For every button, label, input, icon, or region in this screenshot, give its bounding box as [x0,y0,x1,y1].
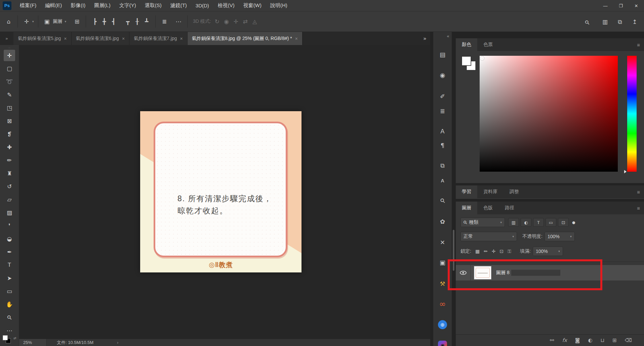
tab-overflow-icon[interactable]: » [419,32,430,45]
distribute-icon[interactable]: ≣ [160,16,169,27]
document-tab-1[interactable]: 氣炸鍋保養清潔5.jpg × [13,32,72,45]
lock-artboard-icon[interactable]: ⊡ [500,249,504,254]
toolbar-drag-handle[interactable]: ·· [8,46,10,50]
add-layer-mask-icon[interactable]: ◙ [575,337,580,343]
hand-tool[interactable]: ✋ [4,299,15,310]
spot-healing-tool[interactable]: ✚ [4,141,15,153]
actions-panel-icon[interactable]: ✿ [433,216,452,226]
toolbar-expand-icon[interactable]: » [0,32,13,45]
brush-tool[interactable]: ✏ [4,155,15,166]
align-right-icon[interactable]: ┫ [109,16,118,27]
quick-selection-tool[interactable]: ✎ [4,89,15,100]
status-options-chevron-icon[interactable]: › [117,340,118,345]
panel-menu-icon[interactable]: ≡ [637,185,640,198]
foreground-background-swatches[interactable] [3,335,13,344]
canvas-pasteboard[interactable]: 8. 所有清潔步驟完成後， 晾乾才收起。 ◎‖教煮 [19,45,430,339]
tab-adjustments[interactable]: 調整 [504,185,525,198]
hue-slider[interactable] [627,56,637,172]
panel-menu-icon[interactable]: ≡ [637,202,640,214]
tab-learn[interactable]: 學習 [456,185,477,198]
close-tab-icon[interactable]: × [180,36,183,41]
layer-visibility-eye-icon[interactable] [460,271,467,275]
clone-stamp-tool[interactable]: ♜ [4,168,15,179]
panel-menu-icon[interactable]: ≡ [637,38,640,51]
lock-image-pixels-icon[interactable]: ✏ [484,249,488,254]
character-panel-icon[interactable]: A [433,126,452,136]
menu-help[interactable]: 說明(H) [266,0,292,11]
brush-settings-panel-icon[interactable]: ✐ [433,91,452,101]
show-transform-controls-icon[interactable]: ⊞ [72,16,82,27]
auto-select-icon[interactable]: ▣ [42,16,52,27]
align-center-icon[interactable]: ╋ [99,16,109,27]
tool-preset-caret-icon[interactable]: ▾ [32,20,34,23]
panel-scrollbar[interactable] [453,230,454,271]
foreground-color-swatch[interactable] [462,56,471,66]
more-options-icon[interactable]: ⋯ [174,16,183,27]
lasso-tool[interactable]: ➰ [4,76,15,87]
filter-adjustment-layers-icon[interactable]: ◐ [521,218,531,227]
layer-name[interactable]: 圖層 8 [496,270,510,276]
color-field-marker[interactable] [480,56,484,60]
hue-slider-thumb[interactable] [624,170,627,173]
clone-source-panel-icon[interactable]: ⧉ [433,161,452,171]
menu-window[interactable]: 視窗(W) [239,0,266,11]
menu-view[interactable]: 檢視(V) [213,0,239,11]
blend-mode-dropdown[interactable]: 正常 ▾ [460,232,517,241]
dodge-tool[interactable]: ◒ [4,233,15,245]
camera-raw-panel-icon[interactable]: ◉ [438,341,447,346]
menu-3d[interactable]: 3D(D) [191,0,213,11]
blur-tool[interactable]: ❜ [4,220,15,231]
rectangle-tool[interactable]: ▭ [4,286,15,297]
lock-all-icon[interactable]: ⚿ [508,249,511,254]
swap-colors-icon[interactable]: ⇄ [13,336,16,340]
paragraph-panel-icon[interactable]: ¶ [433,140,452,150]
foreground-color-swatch[interactable] [3,335,8,340]
filter-shape-layers-icon[interactable]: ▭ [546,218,556,227]
extensions-panel-icon[interactable]: ⚒ [433,278,452,289]
history-brush-tool[interactable]: ↺ [4,181,15,192]
menu-layer[interactable]: 圖層(L) [90,0,115,11]
path-selection-tool[interactable]: ➤ [4,272,15,284]
new-layer-icon[interactable]: ⊞ [612,337,617,343]
menu-edit[interactable]: 編輯(E) [41,0,66,11]
document-tab-4-active[interactable]: 氣炸鍋保養清潔8.jpg @ 25% (圖層 0, RGB/8#) * × [188,32,303,45]
tab-color[interactable]: 顏色 [456,38,477,51]
auto-select-target-label[interactable]: 圖層 [53,18,63,25]
layer-style-fx-icon[interactable]: fx [562,337,567,343]
layer-thumbnail[interactable] [474,266,491,279]
align-left-icon[interactable]: ┣ [90,16,99,27]
align-top-icon[interactable]: ┳ [123,16,132,27]
character-styles-panel-icon[interactable]: ᴀ [433,175,452,185]
document-tab-3[interactable]: 氣炸鍋保養清潔7.jpg × [129,32,188,45]
auto-select-caret-icon[interactable]: ▾ [65,20,67,23]
filter-toggle-icon[interactable]: ● [572,220,575,225]
eraser-tool[interactable]: ▱ [4,194,15,205]
close-tab-icon[interactable]: × [64,36,67,41]
layer-row-selected[interactable]: 圖層 8 [456,265,644,280]
lock-position-icon[interactable]: ✛ [492,249,496,254]
link-layers-icon[interactable]: ⚯ [550,337,554,343]
move-tool[interactable]: ✛ [4,50,15,61]
histogram-panel-icon[interactable]: ⚲ [432,190,452,211]
type-tool[interactable]: T [4,259,15,271]
menu-filter[interactable]: 濾鏡(T) [166,0,191,11]
filter-smart-objects-icon[interactable]: ⊡ [558,218,569,227]
zoom-level-field[interactable]: 25% [19,339,47,346]
info-panel-icon[interactable]: ▣ [433,257,452,267]
edit-toolbar[interactable]: ⋯ [4,325,15,336]
plugin-globe-icon[interactable]: ⊕ [438,320,447,329]
tab-libraries[interactable]: 資料庫 [477,185,504,198]
document-canvas[interactable]: 8. 所有清潔步驟完成後， 晾乾才收起。 ◎‖教煮 [140,111,301,272]
frame-tool[interactable]: ⊠ [4,115,15,127]
eyedropper-tool[interactable]: ❡ [4,128,15,140]
tab-layers[interactable]: 圖層 [456,202,477,214]
zoom-tool[interactable]: ⚲ [1,309,17,326]
marquee-tool[interactable]: ▢ [4,63,15,74]
gradient-tool[interactable]: ▨ [4,207,15,218]
opacity-dropdown[interactable]: 100% ▾ [545,232,575,241]
crop-tool[interactable]: ◳ [4,102,15,114]
new-group-icon[interactable]: ⊔ [600,337,604,343]
menu-image[interactable]: 影像(I) [66,0,90,11]
menu-file[interactable]: 檔案(F) [15,0,41,11]
fill-dropdown[interactable]: 100% ▾ [533,247,563,256]
